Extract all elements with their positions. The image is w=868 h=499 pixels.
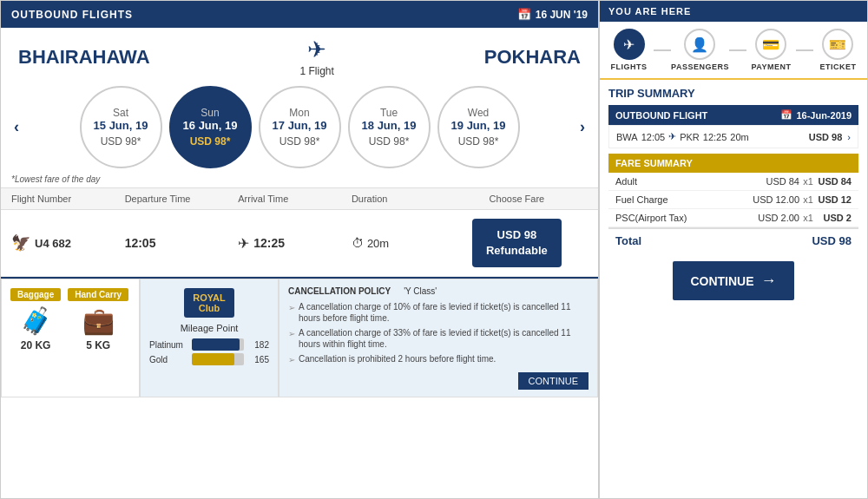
continue-label: CONTINUE — [690, 274, 753, 288]
cancel-header: CANCELLATION POLICY 'Y Class' — [288, 286, 589, 296]
hand-carry-icon: 💼 — [82, 305, 115, 336]
fare-label-fuel: Fuel Charge — [615, 194, 752, 205]
cancel-title: CANCELLATION POLICY — [288, 286, 391, 296]
royal-club-section: ROYAL Club Mileage Point Platinum 182 Go… — [140, 279, 279, 397]
header-title: OUTBOUND FLIGHTS — [11, 9, 133, 21]
step-payment[interactable]: 💳 PAYMENT — [746, 29, 796, 71]
fare-select-button[interactable]: USD 98 Refundable — [472, 219, 562, 267]
fare-amt-fuel: USD 12.00 — [752, 194, 799, 205]
date-price-2: USD 98* — [279, 135, 320, 148]
route-section: BHAIRAHAWA ✈ 1 Flight POKHARA — [1, 28, 598, 82]
mileage-title: Mileage Point — [181, 323, 239, 333]
step-connector-2 — [729, 49, 746, 51]
hand-carry-weight: 5 KG — [86, 339, 110, 351]
cancel-text-1: A cancellation charge of 33% of fare is … — [299, 327, 589, 350]
continue-arrow-icon: → — [761, 272, 777, 290]
cancel-item-2: ➢ Cancellation is prohibited 2 hours bef… — [288, 353, 589, 365]
day-label-2: Mon — [289, 107, 309, 119]
trip-summary-title: TRIP SUMMARY — [608, 87, 858, 100]
date-label-3: 18 Jun, 19 — [362, 119, 417, 133]
header-date-text: 16 JUN '19 — [536, 9, 588, 21]
clock-icon: ⏱ — [352, 236, 364, 250]
total-row: Total USD 98 — [608, 227, 858, 253]
date-price-0: USD 98* — [101, 135, 141, 148]
col-duration: Duration — [352, 194, 446, 204]
airline-icon: 🦅 — [11, 233, 30, 253]
step-connector-3 — [796, 49, 813, 51]
date-label-4: 19 Jun, 19 — [451, 119, 506, 133]
fare-amt-adult: USD 84 — [752, 176, 799, 187]
left-panel: OUTBOUND FLIGHTS 📅 16 JUN '19 BHAIRAHAWA… — [0, 0, 599, 499]
baggage-weight: 20 KG — [21, 339, 51, 351]
arrow-icon-0: ➢ — [288, 302, 295, 313]
outbound-date-text: 16-Jun-2019 — [796, 110, 852, 121]
duration-text: 20m — [367, 237, 389, 250]
step-eticket[interactable]: 🎫 ETICKET — [813, 29, 863, 71]
flight-row: 🦅 U4 682 12:05 ✈ 12:25 ⏱ 20m USD 98 Refu… — [1, 210, 598, 277]
fs-from: BWA — [616, 132, 638, 142]
hand-carry-item: Hand Carry 💼 5 KG — [68, 288, 128, 388]
date-price-4: USD 98* — [458, 135, 499, 148]
fs-to: PKR — [680, 132, 700, 142]
date-sat[interactable]: Sat 15 Jun, 19 USD 98* — [80, 86, 162, 168]
date-price-1: USD 98* — [190, 135, 231, 148]
step-connector-1 — [654, 49, 671, 51]
dates-wrapper: Sat 15 Jun, 19 USD 98* Sun 16 Jun, 19 US… — [28, 86, 571, 168]
arrow-icon-2: ➢ — [288, 354, 295, 365]
col-departure: Departure Time — [125, 194, 239, 204]
fare-x-psc: x1 — [799, 213, 817, 223]
day-label-0: Sat — [113, 107, 128, 119]
plane-icon: ✈ — [307, 36, 326, 63]
royal-logo-line2: Club — [193, 303, 226, 313]
next-date-arrow[interactable]: › — [575, 118, 589, 136]
date-mon[interactable]: Mon 17 Jun, 19 USD 98* — [259, 86, 341, 168]
fare-row-fuel: Fuel Charge USD 12.00 x1 USD 12 — [608, 191, 858, 209]
arrival-section: ✈ 12:25 — [238, 235, 352, 252]
origin-city: BHAIRAHAWA — [18, 46, 150, 69]
fs-chevron-icon[interactable]: › — [847, 132, 851, 142]
continue-button[interactable]: CONTINUE → — [673, 261, 793, 300]
date-tue[interactable]: Tue 18 Jun, 19 USD 98* — [348, 86, 431, 168]
fare-row-psc: PSC(Airport Tax) USD 2.00 x1 USD 2 — [608, 209, 858, 227]
fare-row-adult: Adult USD 84 x1 USD 84 — [608, 173, 858, 191]
step-flights[interactable]: ✈ FLIGHTS — [604, 29, 654, 71]
departure-time: 12:05 — [125, 236, 239, 250]
royal-logo: ROYAL Club — [184, 288, 234, 318]
cancel-text-0: A cancellation charge of 10% of fare is … — [299, 301, 589, 324]
step-passengers-circle: 👤 — [684, 29, 715, 60]
route-center: ✈ 1 Flight — [299, 36, 333, 77]
right-panel: YOU ARE HERE ✈ FLIGHTS 👤 PASSENGERS 💳 PA… — [599, 0, 868, 499]
fare-button-container: USD 98 Refundable — [446, 219, 588, 267]
platinum-bar-bg — [192, 338, 244, 351]
fs-dep: 12:05 — [641, 132, 666, 142]
col-choose-fare: Choose Fare — [446, 194, 588, 204]
fare-summary-header: FARE SUMMARY — [608, 154, 858, 173]
platinum-bar-fill — [192, 338, 240, 351]
col-flight-number: Flight Number — [11, 194, 125, 204]
platinum-value: 182 — [247, 340, 269, 350]
fare-label-adult: Adult — [615, 176, 752, 187]
hand-carry-label: Hand Carry — [68, 288, 128, 301]
day-label-3: Tue — [380, 107, 398, 119]
fs-price: USD 98 — [809, 132, 843, 142]
date-selector: ‹ Sat 15 Jun, 19 USD 98* Sun 16 Jun, 19 … — [1, 82, 598, 173]
continue-small-button[interactable]: CONTINUE — [518, 372, 589, 390]
prev-date-arrow[interactable]: ‹ — [10, 118, 23, 136]
fare-label-psc: PSC(Airport Tax) — [615, 213, 752, 223]
step-eticket-label: ETICKET — [819, 62, 856, 71]
date-sun[interactable]: Sun 16 Jun, 19 USD 98* — [169, 86, 252, 168]
fs-arr: 12:25 — [703, 132, 727, 142]
date-label-2: 17 Jun, 19 — [273, 119, 327, 133]
step-eticket-circle: 🎫 — [822, 29, 853, 60]
cancel-item-0: ➢ A cancellation charge of 10% of fare i… — [288, 301, 589, 324]
baggage-item: Baggage 🧳 20 KG — [10, 288, 61, 388]
flight-number: 🦅 U4 682 — [11, 233, 125, 253]
date-wed[interactable]: Wed 19 Jun, 19 USD 98* — [437, 86, 520, 168]
step-passengers[interactable]: 👤 PASSENGERS — [671, 29, 729, 71]
fare-x-fuel: x1 — [799, 194, 817, 205]
flight-table-header: Flight Number Departure Time Arrival Tim… — [1, 187, 598, 210]
y-class-label: 'Y Class' — [404, 286, 437, 296]
fare-total-fuel: USD 12 — [817, 194, 852, 205]
destination-city: POKHARA — [484, 46, 581, 69]
flight-num-text: U4 682 — [35, 237, 71, 250]
